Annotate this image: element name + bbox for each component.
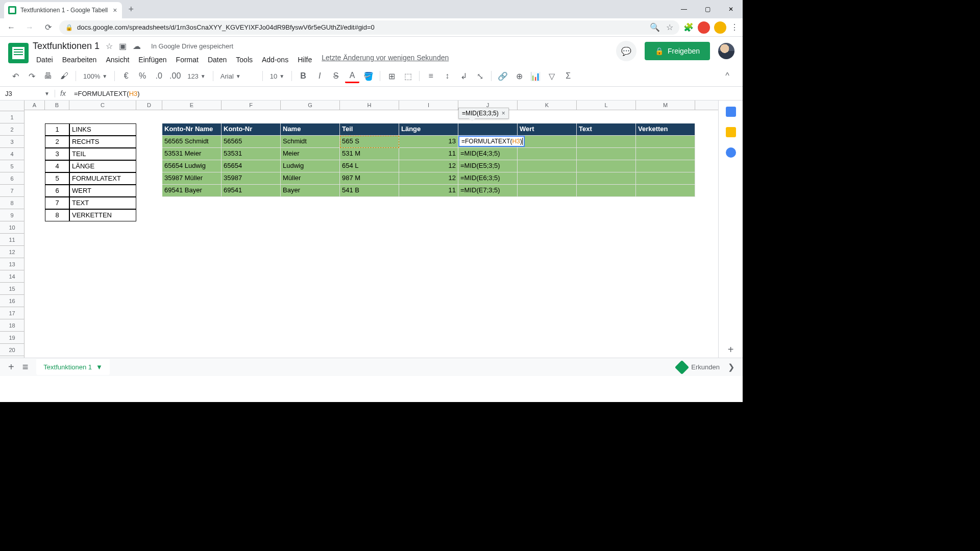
- cell-E3[interactable]: 56565 Schmidt: [162, 136, 222, 148]
- row-header-1[interactable]: 1: [0, 111, 24, 123]
- cell-E4[interactable]: 53531 Meier: [162, 148, 222, 160]
- address-bar[interactable]: 🔒 docs.google.com/spreadsheets/d/1rn3osC…: [59, 20, 679, 35]
- menu-edit[interactable]: Bearbeiten: [59, 54, 101, 66]
- undo-button[interactable]: ↶: [8, 69, 22, 83]
- redo-button[interactable]: ↷: [24, 69, 39, 83]
- cell-B4[interactable]: 3: [45, 148, 69, 160]
- comment-button[interactable]: ⊕: [512, 69, 526, 83]
- menu-format[interactable]: Format: [173, 54, 202, 66]
- menu-tools[interactable]: Tools: [232, 54, 256, 66]
- row-header-17[interactable]: 17: [0, 307, 24, 319]
- extension-icon[interactable]: [698, 21, 710, 34]
- cell-F5[interactable]: 65654: [222, 160, 281, 172]
- borders-button[interactable]: ⊞: [384, 69, 399, 83]
- row-header-8[interactable]: 8: [0, 197, 24, 209]
- side-panel-toggle[interactable]: ❯: [728, 362, 734, 372]
- cell-J2[interactable]: [458, 123, 518, 136]
- cell-B2[interactable]: 1: [45, 123, 69, 136]
- rotate-button[interactable]: ⤡: [473, 69, 487, 83]
- zoom-select[interactable]: 100%▼: [80, 72, 110, 80]
- keep-sideicon[interactable]: [726, 127, 736, 137]
- sheet-tab[interactable]: Textfunktionen 1 ▼: [36, 359, 110, 375]
- cell-C4[interactable]: TEIL: [69, 148, 136, 160]
- col-header-E[interactable]: E: [162, 101, 222, 110]
- chart-button[interactable]: 📊: [528, 69, 543, 83]
- number-format-select[interactable]: 123▼: [184, 72, 209, 80]
- row-header-4[interactable]: 4: [0, 148, 24, 160]
- cell-L6[interactable]: [577, 172, 636, 185]
- cell-K4[interactable]: [518, 148, 577, 160]
- zoom-icon[interactable]: 🔍: [650, 22, 660, 32]
- bold-button[interactable]: B: [296, 69, 310, 83]
- col-header-B[interactable]: B: [45, 101, 69, 110]
- cell-B7[interactable]: 6: [45, 185, 69, 197]
- row-header-12[interactable]: 12: [0, 246, 24, 258]
- cell-B3[interactable]: 2: [45, 136, 69, 148]
- cell-F2[interactable]: Konto-Nr: [222, 123, 281, 136]
- formula-input[interactable]: =FORMULATEXT(H3): [71, 90, 743, 97]
- all-sheets-button[interactable]: ≡: [22, 361, 29, 373]
- decimal-dec-button[interactable]: .0: [152, 69, 166, 83]
- close-window-button[interactable]: ✕: [719, 1, 743, 17]
- cell-G3[interactable]: Schmidt: [281, 136, 340, 148]
- row-header-7[interactable]: 7: [0, 185, 24, 197]
- browser-menu-icon[interactable]: ⋮: [730, 22, 739, 32]
- col-header-L[interactable]: L: [577, 101, 636, 110]
- italic-button[interactable]: I: [312, 69, 327, 83]
- menu-data[interactable]: Daten: [204, 54, 230, 66]
- filter-button[interactable]: ▽: [545, 69, 559, 83]
- browser-tab[interactable]: Textfunktionen 1 - Google Tabell ×: [4, 2, 122, 18]
- last-edit-link[interactable]: Letzte Änderung vor wenigen Sekunden: [322, 54, 449, 66]
- decimal-inc-button[interactable]: .00: [168, 69, 182, 83]
- col-header-M[interactable]: M: [636, 101, 695, 110]
- col-header-H[interactable]: H: [340, 101, 399, 110]
- cell-G5[interactable]: Ludwig: [281, 160, 340, 172]
- cell-H4[interactable]: 531 M: [340, 148, 399, 160]
- cell-I3[interactable]: 13: [399, 136, 458, 148]
- add-sheet-button[interactable]: +: [8, 361, 14, 373]
- cell-H3[interactable]: 565 S: [340, 136, 399, 148]
- cell-G4[interactable]: Meier: [281, 148, 340, 160]
- name-box[interactable]: J3 ▼: [0, 90, 55, 97]
- font-size-select[interactable]: 10▼: [267, 72, 287, 80]
- new-tab-button[interactable]: +: [128, 4, 134, 15]
- cell-K3[interactable]: [518, 136, 577, 148]
- cell-I2[interactable]: Länge: [399, 123, 458, 136]
- cell-H7[interactable]: 541 B: [340, 185, 399, 197]
- doc-title[interactable]: Textfunktionen 1: [33, 41, 100, 52]
- collapse-toolbar-button[interactable]: ^: [720, 69, 734, 83]
- cell-B9[interactable]: 8: [45, 209, 69, 221]
- cell-M2[interactable]: Verketten: [636, 123, 695, 136]
- col-header-C[interactable]: C: [69, 101, 136, 110]
- merge-button[interactable]: ⬚: [401, 69, 415, 83]
- row-header-3[interactable]: 3: [0, 136, 24, 148]
- tasks-sideicon[interactable]: [726, 147, 736, 158]
- cell-L4[interactable]: [577, 148, 636, 160]
- cell-M4[interactable]: [636, 148, 695, 160]
- link-button[interactable]: 🔗: [496, 69, 510, 83]
- grid[interactable]: ABCDEFGHIJKLM 12345678910111213141516171…: [0, 101, 718, 376]
- comments-button[interactable]: 💬: [616, 41, 636, 61]
- cell-C7[interactable]: WERT: [69, 185, 136, 197]
- add-sideicon[interactable]: +: [728, 344, 734, 356]
- percent-button[interactable]: %: [135, 69, 150, 83]
- cell-E6[interactable]: 35987 Müller: [162, 172, 222, 185]
- row-header-5[interactable]: 5: [0, 160, 24, 172]
- row-header-9[interactable]: 9: [0, 209, 24, 221]
- cell-E5[interactable]: 65654 Ludwig: [162, 160, 222, 172]
- row-header-15[interactable]: 15: [0, 283, 24, 295]
- cell-J6[interactable]: =MID(E6;3;5): [458, 172, 518, 185]
- col-header-K[interactable]: K: [518, 101, 577, 110]
- currency-button[interactable]: €: [119, 69, 133, 83]
- cell-K2[interactable]: Wert: [518, 123, 577, 136]
- cell-J7[interactable]: =MID(E7;3;5): [458, 185, 518, 197]
- row-header-16[interactable]: 16: [0, 295, 24, 307]
- move-doc-icon[interactable]: ▣: [119, 41, 127, 51]
- row-header-10[interactable]: 10: [0, 221, 24, 234]
- halign-button[interactable]: ≡: [424, 69, 438, 83]
- cell-B6[interactable]: 5: [45, 172, 69, 185]
- preview-close-icon[interactable]: ×: [502, 110, 505, 117]
- fill-color-button[interactable]: 🪣: [361, 69, 376, 83]
- row-header-18[interactable]: 18: [0, 319, 24, 332]
- cell-C3[interactable]: RECHTS: [69, 136, 136, 148]
